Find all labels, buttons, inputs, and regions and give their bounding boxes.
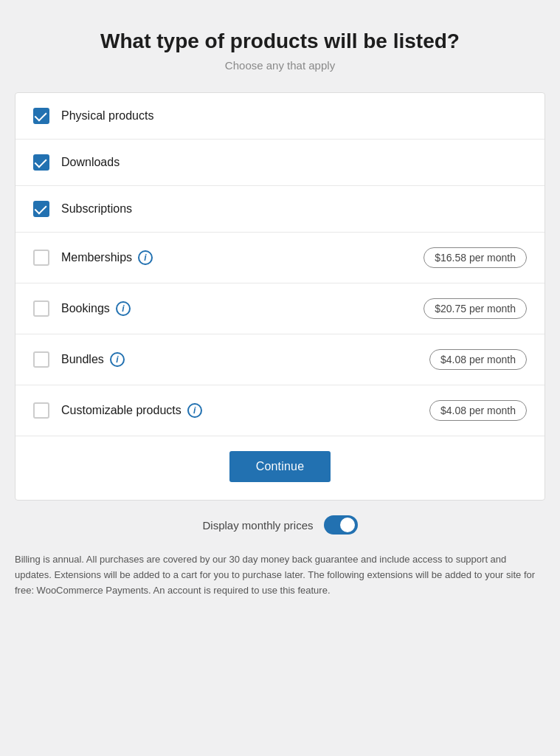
option-label-memberships: Membershipsi xyxy=(61,250,424,265)
checkbox-bundles[interactable] xyxy=(33,351,49,368)
checkbox-physical[interactable] xyxy=(33,108,49,124)
option-text-physical: Physical products xyxy=(61,109,153,123)
info-icon-memberships[interactable]: i xyxy=(138,250,153,265)
option-label-bundles: Bundlesi xyxy=(61,352,429,367)
option-text-downloads: Downloads xyxy=(61,156,120,169)
option-text-customizable: Customizable products xyxy=(61,404,182,417)
option-label-subscriptions: Subscriptions xyxy=(61,202,527,216)
info-icon-bookings[interactable]: i xyxy=(116,301,131,316)
info-icon-customizable[interactable]: i xyxy=(187,403,202,418)
price-badge-bookings: $20.75 per month xyxy=(424,298,527,319)
toggle-label: Display monthly prices xyxy=(202,519,313,532)
checkbox-bookings[interactable] xyxy=(33,300,49,317)
product-options-card: Physical productsDownloadsSubscriptionsM… xyxy=(15,92,545,501)
option-label-physical: Physical products xyxy=(61,109,527,123)
checkbox-customizable[interactable] xyxy=(33,402,49,419)
option-text-memberships: Memberships xyxy=(61,251,132,264)
page-container: What type of products will be listed? Ch… xyxy=(15,30,545,726)
price-badge-bundles: $4.08 per month xyxy=(429,349,527,370)
option-row-memberships[interactable]: Membershipsi$16.58 per month xyxy=(15,233,545,284)
price-badge-customizable: $4.08 per month xyxy=(429,400,527,421)
page-subtitle: Choose any that apply xyxy=(15,59,545,72)
info-icon-bundles[interactable]: i xyxy=(110,352,125,367)
toggle-row: Display monthly prices xyxy=(15,515,545,535)
option-row-downloads[interactable]: Downloads xyxy=(15,140,545,186)
option-text-bundles: Bundles xyxy=(61,353,104,366)
page-title: What type of products will be listed? xyxy=(15,30,545,53)
option-row-subscriptions[interactable]: Subscriptions xyxy=(15,186,545,233)
option-row-bundles[interactable]: Bundlesi$4.08 per month xyxy=(15,334,545,385)
checkbox-subscriptions[interactable] xyxy=(33,201,49,217)
continue-button[interactable]: Continue xyxy=(229,451,331,482)
price-badge-memberships: $16.58 per month xyxy=(424,247,527,268)
monthly-prices-toggle[interactable] xyxy=(324,515,358,535)
option-label-customizable: Customizable productsi xyxy=(61,403,429,418)
continue-row: Continue xyxy=(15,436,545,500)
option-row-bookings[interactable]: Bookingsi$20.75 per month xyxy=(15,284,545,334)
checkbox-downloads[interactable] xyxy=(33,154,49,171)
checkbox-memberships[interactable] xyxy=(33,250,49,266)
disclaimer-text: Billing is annual. All purchases are cov… xyxy=(15,552,545,598)
option-row-customizable[interactable]: Customizable productsi$4.08 per month xyxy=(15,385,545,436)
option-text-bookings: Bookings xyxy=(61,302,110,315)
option-text-subscriptions: Subscriptions xyxy=(61,202,132,216)
option-row-physical[interactable]: Physical products xyxy=(15,93,545,140)
option-label-downloads: Downloads xyxy=(61,156,527,169)
option-label-bookings: Bookingsi xyxy=(61,301,424,316)
options-list: Physical productsDownloadsSubscriptionsM… xyxy=(15,93,545,436)
